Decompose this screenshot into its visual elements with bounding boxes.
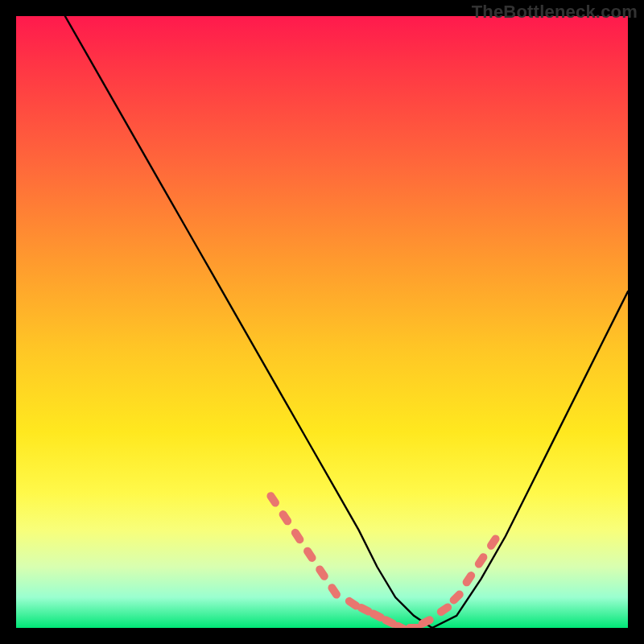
marker-pill [417, 614, 435, 628]
marker-pill [326, 582, 341, 600]
marker-pill [314, 564, 329, 582]
marker-pill [278, 509, 293, 526]
marker-pill [290, 527, 305, 545]
marker-pill [461, 570, 477, 588]
marker-pill [473, 551, 489, 569]
marker-pill [302, 546, 317, 564]
curve-layer [16, 16, 628, 628]
marker-pill [448, 588, 465, 605]
plot-area [16, 16, 628, 628]
watermark-text: TheBottleneck.com [472, 2, 638, 23]
chart-frame: TheBottleneck.com [0, 0, 644, 644]
highlight-markers [265, 490, 501, 628]
bottleneck-curve [65, 16, 628, 628]
marker-pill [265, 490, 280, 508]
marker-pill [436, 601, 453, 617]
